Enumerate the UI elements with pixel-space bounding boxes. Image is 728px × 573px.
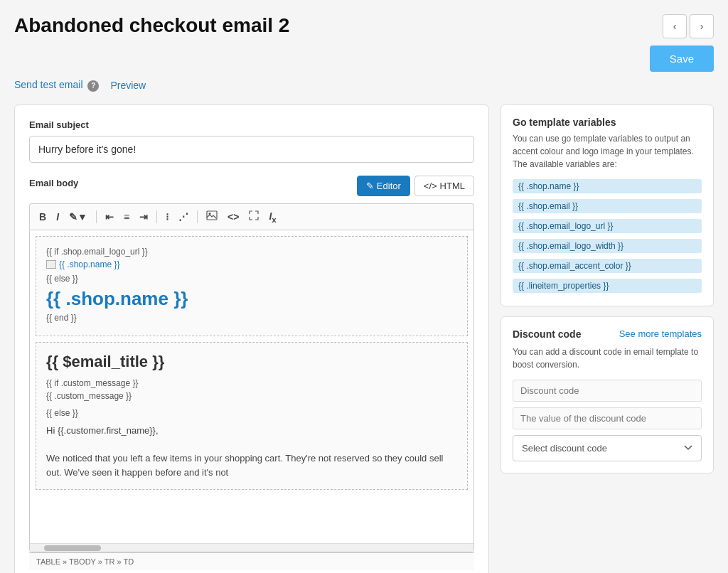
email-title-var: {{ $email_title }}: [46, 353, 457, 371]
unordered-list-button[interactable]: ⁝: [162, 209, 172, 225]
go-template-desc: You can use go template variables to out…: [513, 132, 702, 171]
template-tags-list: {{ .shop.name }} {{ .shop.email }} {{ .s…: [513, 178, 702, 294]
svg-rect-0: [207, 211, 217, 220]
align-center-button[interactable]: ≡: [120, 209, 133, 225]
send-test-email-link[interactable]: Send test email: [14, 79, 83, 90]
hi-customer: Hi {{.customer.first_name}},: [46, 424, 457, 438]
discount-desc: You can add a discount code in email tem…: [513, 346, 702, 371]
go-template-card: Go template variables You can use go tem…: [500, 105, 714, 306]
next-button[interactable]: ›: [690, 14, 714, 38]
preview-link[interactable]: Preview: [110, 80, 146, 91]
italic-button[interactable]: I: [53, 209, 63, 225]
align-right-button[interactable]: ⇥: [136, 209, 151, 225]
breadcrumb: TABLE » TBODY » TR » TD: [36, 557, 134, 566]
custom-msg-var: {{ .custom_message }}: [46, 391, 457, 401]
ordered-list-button[interactable]: ⋰: [175, 209, 192, 225]
editor-icon: ✎: [366, 181, 374, 191]
right-panel: Go template variables You can use go tem…: [500, 105, 714, 574]
template-tag-5[interactable]: {{ .lineitem_properties }}: [513, 279, 702, 293]
html-button[interactable]: </> HTML: [414, 176, 474, 196]
email-body-label: Email body: [29, 178, 78, 188]
hscroll-thumb: [44, 545, 101, 551]
end-label: {{ end }}: [46, 313, 457, 323]
email-subject-input[interactable]: [29, 136, 474, 163]
email-subject-label: Email subject: [29, 119, 474, 130]
else2-label: {{ else }}: [46, 408, 457, 418]
left-panel: Email subject Email body ✎ Editor </> HT…: [14, 105, 489, 574]
html-icon: </>: [424, 181, 437, 191]
logo-img-placeholder: [46, 260, 56, 269]
go-template-title: Go template variables: [513, 117, 702, 128]
discount-title: Discount code: [513, 328, 581, 340]
page-title: Abandoned checkout email 2: [14, 14, 289, 37]
email-body-section: {{ $email_title }} {{ if .custom_message…: [36, 342, 468, 490]
image-button[interactable]: [203, 208, 221, 225]
template-tag-2[interactable]: {{ .shop.email_logo_url }}: [513, 219, 702, 233]
prev-button[interactable]: ‹: [663, 14, 687, 38]
logo-condition-text: {{ if .shop.email_logo_url }}: [46, 247, 457, 257]
highlight-button[interactable]: ✎▼: [65, 209, 91, 225]
else-label: {{ else }}: [46, 274, 457, 284]
body-text: We noticed that you left a few items in …: [46, 451, 457, 479]
see-more-link[interactable]: See more templates: [619, 328, 702, 339]
horizontal-scrollbar[interactable]: [30, 543, 473, 552]
clear-format-button[interactable]: Ix: [265, 208, 279, 226]
fullscreen-button[interactable]: [245, 208, 262, 225]
logo-section: {{ if .shop.email_logo_url }} {{ .shop.n…: [36, 236, 468, 336]
select-discount-dropdown[interactable]: Select discount code: [513, 435, 702, 461]
discount-value-field[interactable]: [513, 407, 702, 429]
editor-area[interactable]: {{ if .shop.email_logo_url }} {{ .shop.n…: [29, 230, 474, 552]
discount-card: Discount code See more templates You can…: [500, 316, 714, 473]
custom-msg-if: {{ if .custom_message }}: [46, 378, 457, 388]
editor-toolbar: B I ✎▼ ⇤ ≡ ⇥ ⁝ ⋰ <>: [29, 203, 474, 230]
help-icon[interactable]: ?: [87, 80, 99, 92]
big-shop-name: {{ .shop.name }}: [46, 288, 457, 310]
code-button[interactable]: <>: [224, 209, 242, 225]
template-tag-0[interactable]: {{ .shop.name }}: [513, 179, 702, 193]
template-tag-3[interactable]: {{ .shop.email_logo_width }}: [513, 239, 702, 253]
align-left-button[interactable]: ⇤: [102, 209, 117, 225]
save-button[interactable]: Save: [650, 45, 714, 72]
logo-var-text: {{ .shop.name }}: [59, 259, 119, 269]
template-tag-1[interactable]: {{ .shop.email }}: [513, 199, 702, 213]
template-tag-4[interactable]: {{ .shop.email_accent_color }}: [513, 259, 702, 273]
editor-button[interactable]: ✎ Editor: [357, 176, 410, 196]
bold-button[interactable]: B: [36, 209, 50, 225]
discount-code-field[interactable]: [513, 380, 702, 402]
breadcrumb-bar: TABLE » TBODY » TR » TD: [29, 552, 474, 570]
